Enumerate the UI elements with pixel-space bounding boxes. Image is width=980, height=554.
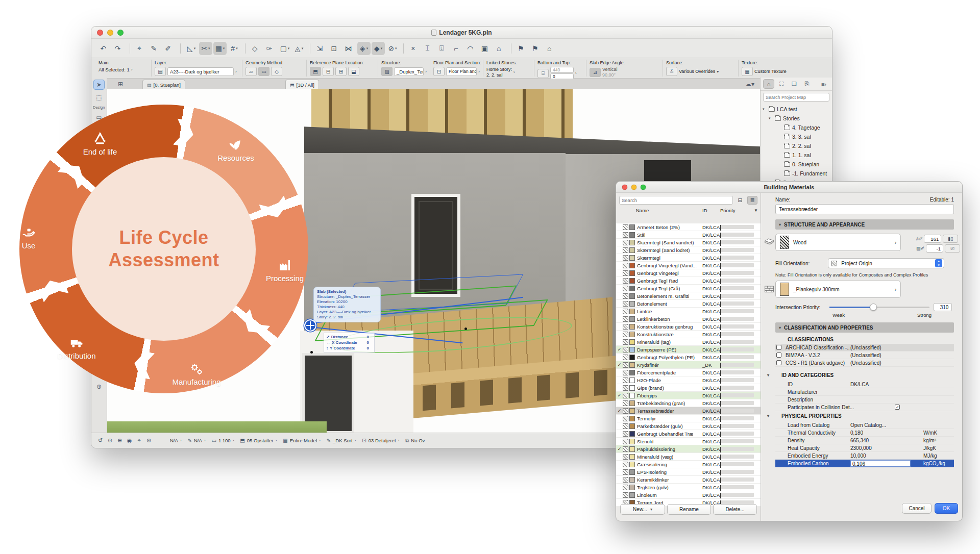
tab-3d-all[interactable]: ⬒[3D / All]: [285, 80, 319, 90]
material-row[interactable]: ✓ Genbrugt Vingetegl DK/LCA: [616, 269, 761, 277]
toolbar-button-icon[interactable]: ▢▾: [278, 42, 291, 55]
refplane-top-button[interactable]: ⬒: [310, 67, 321, 76]
physical-property-row[interactable]: Heat Capacity 2300,000 J/kgK: [775, 444, 954, 452]
property-value[interactable]: 2300,000: [850, 445, 872, 451]
toolbar-button-icon[interactable]: ◬▾: [292, 42, 306, 55]
cloud-icon[interactable]: ☁▾: [744, 79, 755, 89]
toolbar-button-icon[interactable]: ⌶▾: [422, 42, 435, 55]
title-bar[interactable]: Lendager 5KG.pln: [91, 27, 832, 39]
toolbar-button-icon[interactable]: ✂▾: [199, 42, 212, 55]
edge-angle-value[interactable]: 90,00°: [602, 72, 618, 78]
marquee-tool[interactable]: ⬚: [93, 92, 105, 103]
material-row[interactable]: ✓ Stenuld DK/LCA: [616, 438, 761, 445]
material-row[interactable]: ✓ Dampspærre (PE) DK/LCA: [616, 346, 761, 354]
chevron-right-icon[interactable]: ›: [425, 69, 427, 74]
material-row[interactable]: ✓ Krydsfinér _DK: [616, 361, 761, 369]
property-value[interactable]: 665,340: [850, 438, 869, 443]
classification-row[interactable]: CCS - R1 (Dansk udgave) (Unclassified): [775, 359, 954, 367]
sort-arrow-icon[interactable]: ▼: [754, 208, 758, 213]
geometry-rotated-button[interactable]: ◇: [271, 67, 282, 76]
dialog-title-bar[interactable]: Building Materials: [616, 182, 962, 193]
materials-search-input[interactable]: [619, 196, 733, 205]
chevron-right-icon[interactable]: ›: [575, 71, 577, 75]
toolbar-button-icon[interactable]: ⊘▾: [386, 42, 399, 55]
edge-angle-mode[interactable]: Vertical: [602, 67, 618, 72]
surface-override-icon[interactable]: ≚: [666, 67, 677, 76]
floorplan-field[interactable]: Floor Plan and Section...: [446, 67, 477, 76]
toolbar-button-icon[interactable]: ▾: [130, 43, 130, 54]
toolbar-button-icon[interactable]: ◺▾: [185, 42, 198, 55]
material-row[interactable]: ✓ Genbrugt Tegl Rød DK/LCA: [616, 277, 761, 285]
chevron-right-icon[interactable]: ›: [131, 67, 133, 72]
material-row[interactable]: ✓ Genbrugt Tegl (Grå) DK/LCA: [616, 285, 761, 292]
view-control-icon[interactable]: ⌖: [134, 437, 144, 444]
intersection-priority-value[interactable]: 310: [934, 303, 952, 311]
refplane-core-bottom-button[interactable]: ⊞: [335, 67, 347, 76]
chevron-right-icon[interactable]: ›: [276, 438, 277, 443]
material-row[interactable]: ✓ Konstruktionstræ DK/LCA: [616, 331, 761, 338]
delete-button[interactable]: Delete...: [713, 504, 757, 515]
rename-button[interactable]: Rename: [667, 504, 711, 515]
chevron-right-icon[interactable]: ›: [398, 438, 400, 443]
property-value[interactable]: 10,000: [850, 453, 866, 459]
publisher-icon[interactable]: ⎘: [801, 79, 813, 89]
id-category-row[interactable]: ID DK/LCA ✓: [775, 381, 954, 388]
material-row[interactable]: ✓ Genbrugt Vingetegl (Vand... DK/LCA: [616, 262, 761, 269]
twisty-icon[interactable]: ▾: [763, 107, 767, 111]
toolbar-button-icon[interactable]: ⌐▾: [451, 42, 464, 55]
tracker-row[interactable]: ↗Distance0: [326, 334, 372, 340]
tree-item[interactable]: ▾ 4. Tagetage: [761, 123, 832, 132]
chevron-right-icon[interactable]: ›: [233, 438, 234, 443]
arrow-tool[interactable]: ➤: [93, 80, 105, 90]
tree-item[interactable]: ▾ 3. 3. sal: [761, 132, 832, 141]
physical-property-row[interactable]: Thermal Conductivity 0,180 W/mK: [775, 429, 954, 437]
surface-override-value[interactable]: Various Overrides: [679, 69, 715, 74]
view-map-icon[interactable]: ⛶: [776, 79, 787, 89]
texture-icon[interactable]: ▦: [742, 67, 753, 76]
project-map-search-input[interactable]: [763, 93, 829, 102]
toolbar-button-icon[interactable]: ↷▾: [112, 42, 126, 55]
classification-properties-section[interactable]: ▾CLASSIFICATION AND PROPERTIES: [775, 322, 954, 333]
material-row[interactable]: ✓ Mineraluld (tag) DK/LCA: [616, 338, 761, 346]
physical-property-row[interactable]: Density 665,340 kg/m³: [775, 437, 954, 444]
structure-appearance-section[interactable]: ▾STRUCTURE AND APPEARANCE: [775, 219, 954, 230]
folder-view-icon[interactable]: ⊟: [735, 196, 745, 205]
chevron-right-icon[interactable]: ›: [513, 70, 515, 74]
fg-color-button[interactable]: ▮▯: [943, 235, 958, 243]
floorplan-icon[interactable]: ⊡: [433, 67, 445, 76]
material-name-input[interactable]: Terrassebrædder: [775, 204, 954, 214]
toolbar-button-icon[interactable]: ⌖▾: [134, 42, 148, 55]
collision-checkbox[interactable]: ✓: [895, 405, 900, 410]
tree-item[interactable]: ▾ 1. 1. sal: [761, 150, 832, 160]
toolbar-button-icon[interactable]: ◈▾: [357, 42, 371, 55]
material-row[interactable]: ✓ Græsisolering DK/LCA: [616, 461, 761, 468]
toolbar-button-icon[interactable]: ⋈▾: [343, 42, 356, 55]
material-row[interactable]: ✓ Genbrugt Polyethylen (PE) DK/LCA: [616, 354, 761, 361]
material-row[interactable]: ✓ Skærmtegl (Sand vandret) DK/LCA: [616, 239, 761, 246]
texture-value[interactable]: Custom Texture: [754, 69, 787, 74]
id-category-row[interactable]: Participates in Collision Det... ✓: [775, 404, 954, 411]
material-row[interactable]: ✓ Keramikklinker DK/LCA: [616, 476, 761, 484]
surface-field[interactable]: _Plankegulv 300mm›: [775, 281, 901, 298]
screen-only-button[interactable]: ⎚: [945, 244, 960, 253]
classification-row[interactable]: ARCHICAD Classification -... (Unclassifi…: [775, 344, 954, 351]
toolbar-button-icon[interactable]: ✑▾: [264, 42, 277, 55]
layout-book-icon[interactable]: ❏: [789, 79, 800, 89]
toolbar-button-icon[interactable]: ▾: [511, 43, 511, 54]
material-row[interactable]: ✓ Skærmtegl DK/LCA: [616, 254, 761, 262]
material-row[interactable]: ✓ Teglsten (gulv) DK/LCA: [616, 484, 761, 491]
material-row[interactable]: ✓ Mineraluld (væg) DK/LCA: [616, 453, 761, 461]
new-button[interactable]: New...▾: [620, 504, 665, 515]
checkbox-icon[interactable]: [776, 360, 781, 365]
material-row[interactable]: ✓ EPS-Isolering DK/LCA: [616, 468, 761, 476]
toolbar-button-icon[interactable]: ◆▾: [372, 42, 385, 55]
statusbar-item[interactable]: ✎ _DK Sort ›: [324, 438, 359, 444]
property-value[interactable]: 0,180: [850, 430, 863, 436]
view-control-icon[interactable]: ⊕: [115, 437, 125, 444]
view-control-icon[interactable]: ⊙: [105, 437, 115, 444]
refplane-bottom-button[interactable]: ⬓: [348, 67, 359, 76]
material-row[interactable]: ✓ H2O-Plade DK/LCA: [616, 376, 761, 384]
toolbar-button-icon[interactable]: ⌂▾: [544, 42, 557, 55]
tree-item[interactable]: ▾ Stories: [761, 114, 832, 123]
tree-item[interactable]: ▾ LCA test: [761, 105, 832, 114]
